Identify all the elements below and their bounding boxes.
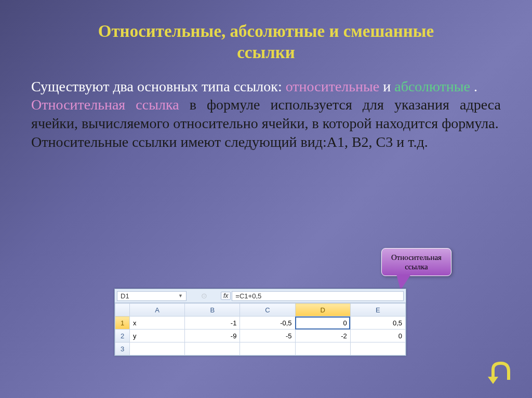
cell-C2: -5 [240,330,295,342]
cell-E1: 0,5 [350,317,405,330]
cell-B1: -1 [185,317,240,330]
row-header-2: 2 [115,330,130,342]
slide-title: Относительные, абсолютные и смешанные сс… [31,21,501,64]
paragraph-3: Относительные ссылки имеют следующий вид… [31,133,501,152]
row-header-3: 3 [115,342,130,355]
callout-line-1: Относительная [391,253,442,262]
chevron-down-icon: ▼ [178,293,183,298]
title-line-1: Относительные, абсолютные и смешанные [98,22,434,40]
p1-lead: Существуют два основных типа ссылок: [31,78,286,94]
col-header-D: D [295,304,350,317]
table-row: 3 [115,342,406,355]
name-box-value: D1 [121,292,129,300]
body-text: Существуют два основных типа ссылок: отн… [31,77,501,152]
callout-line-2: ссылка [391,262,442,271]
cell-C3 [240,342,295,355]
paragraph-2: Относительная ссылка в формуле используе… [31,95,501,133]
callout-tail-icon [396,275,411,290]
table-row: 2 y -9 -5 -2 0 [115,330,406,342]
spreadsheet-grid: A B C D E 1 x -1 -0,5 0 0,5 2 [115,303,406,355]
back-arrow-button[interactable] [485,359,516,385]
fx-spacer: ⊙ [189,292,220,300]
p2-lead: Относительная ссылка [31,97,179,113]
cell-A2: y [130,330,185,342]
p1-dot: . [474,78,477,94]
paragraph-1: Существуют два основных типа ссылок: отн… [31,77,501,96]
cell-A1: x [130,317,185,330]
table-row: 1 x -1 -0,5 0 0,5 [115,317,406,330]
p1-relative-word: относительные [286,78,380,94]
cell-A3 [130,342,185,355]
corner-cell [115,304,130,317]
p1-and: и [383,78,394,94]
u-turn-arrow-icon [485,359,516,385]
cell-E2: 0 [350,330,405,342]
callout: Относительная ссылка [381,248,451,276]
svg-marker-0 [488,377,498,384]
row-header-1: 1 [115,317,130,330]
col-header-B: B [185,304,240,317]
title-line-2: ссылки [237,43,295,62]
p1-absolute-word: абсолютные [394,78,470,94]
cell-D2: -2 [295,330,350,342]
cell-C1: -0,5 [240,317,295,330]
excel-screenshot: D1 ▼ ⊙ fx =C1+0,5 A B C D E [114,289,406,356]
formula-bar: D1 ▼ ⊙ fx =C1+0,5 [115,289,406,303]
cell-D1: 0 [295,317,350,330]
cell-E3 [350,342,405,355]
col-header-C: C [240,304,295,317]
col-header-E: E [350,304,405,317]
name-box: D1 ▼ [117,291,187,301]
fx-button: fx [221,292,231,300]
cell-B2: -9 [185,330,240,342]
formula-input: =C1+0,5 [232,291,404,301]
cell-B3 [185,342,240,355]
cell-D3 [295,342,350,355]
col-header-A: A [130,304,185,317]
